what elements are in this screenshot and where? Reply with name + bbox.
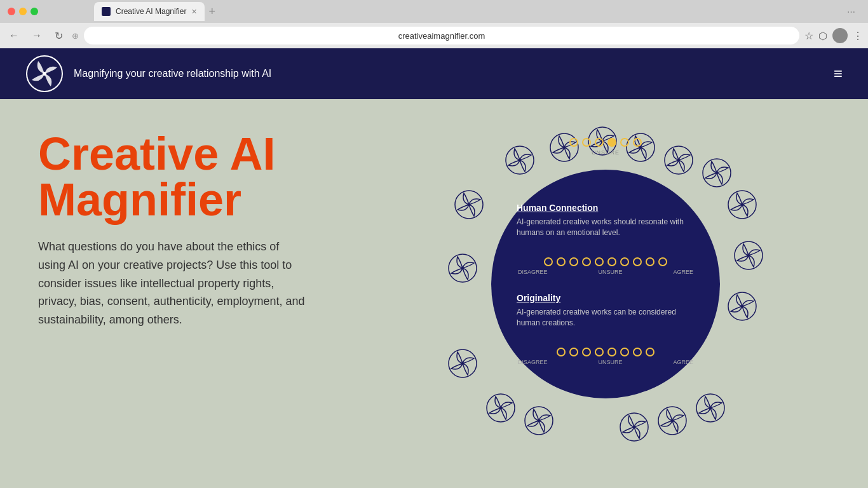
rating-dot-q1[interactable]: [620, 257, 629, 266]
svg-point-22: [461, 267, 464, 269]
minimize-window-button[interactable]: [19, 8, 27, 15]
svg-point-0: [43, 72, 46, 76]
hero-title: Creative AI Magnifier: [38, 131, 356, 222]
pinwheel-decoration: [656, 405, 688, 437]
rating-row-2: DISAGREE UNSURE AGREE: [517, 348, 695, 365]
svg-point-4: [563, 146, 566, 149]
pinwheel-decoration: [663, 144, 695, 176]
svg-point-16: [747, 254, 750, 257]
rating-labels-1: DISAGREE UNSURE AGREE: [517, 269, 695, 275]
site-header: Magnifying your creative relationship wi…: [0, 48, 868, 99]
address-input[interactable]: [84, 27, 799, 44]
bookmark-icon[interactable]: ☆: [804, 30, 813, 42]
widget-area: UNSURE Human Connection AI-generated cre…: [381, 125, 830, 444]
rating-dot-q1[interactable]: [607, 257, 616, 266]
rating-dot[interactable]: [620, 138, 629, 147]
svg-point-26: [709, 407, 712, 409]
question-title-1: Human Connection: [517, 203, 695, 213]
rating-labels-2: DISAGREE UNSURE AGREE: [517, 359, 695, 365]
rating-dot-q2[interactable]: [620, 348, 629, 356]
security-icon: ⊕: [72, 31, 79, 41]
question-block-originality: Originality AI-generated creative works …: [517, 293, 695, 329]
hero-text: Creative AI Magnifier What questions do …: [38, 125, 356, 444]
rating-row-1: DISAGREE UNSURE AGREE: [517, 257, 695, 275]
rating-dot[interactable]: [633, 138, 642, 147]
svg-point-28: [671, 419, 674, 422]
top-dots-row: [569, 138, 642, 147]
tab-favicon: [102, 7, 111, 16]
svg-point-34: [499, 407, 502, 409]
rating-dot-q2[interactable]: [569, 348, 578, 356]
rating-dot[interactable]: [595, 138, 604, 147]
window-control-area: ⋯: [847, 7, 855, 17]
pinwheel-decoration: [485, 392, 517, 424]
main-circle: Human Connection AI-generated creative w…: [491, 170, 720, 398]
header-left: Magnifying your creative relationship wi…: [25, 55, 271, 93]
hero-section: Creative AI Magnifier What questions do …: [0, 99, 868, 469]
forward-button[interactable]: →: [28, 29, 46, 43]
pinwheel-decoration: [523, 405, 555, 437]
traffic-lights: [8, 8, 38, 15]
hero-description: What questions do you have about the eth…: [38, 238, 305, 329]
pinwheel-decoration: [504, 144, 536, 176]
question-text-1: AI-generated creative works should reson…: [517, 217, 695, 238]
rating-dot-q1[interactable]: [658, 257, 667, 266]
svg-point-2: [519, 159, 521, 161]
titlebar: Creative AI Magnifier ✕ + ⋯: [0, 0, 868, 23]
svg-point-24: [461, 362, 464, 365]
address-bar: ← → ↻ ⊕ ☆ ⬡ ⋮: [0, 23, 868, 48]
svg-point-14: [741, 203, 743, 206]
header-tagline: Magnifying your creative relationship wi…: [74, 68, 271, 79]
dots-row-2: [517, 348, 695, 356]
rating-dot-q2[interactable]: [582, 348, 591, 356]
question-text-2: AI-generated creative works can be consi…: [517, 307, 695, 329]
tab-close-button[interactable]: ✕: [191, 8, 197, 16]
hamburger-menu[interactable]: ≡: [834, 65, 843, 83]
rating-dot-q2[interactable]: [633, 348, 642, 356]
rating-dot-q2[interactable]: [595, 348, 604, 356]
rating-dot-q1[interactable]: [595, 257, 604, 266]
rating-dot[interactable]: [582, 138, 591, 147]
circle-container: UNSURE Human Connection AI-generated cre…: [447, 125, 764, 443]
rating-dot-q1[interactable]: [557, 257, 566, 266]
question-title-2: Originality: [517, 293, 695, 303]
svg-point-32: [538, 419, 540, 422]
pinwheel-decoration: [695, 392, 726, 424]
rating-dot-q1[interactable]: [582, 257, 591, 266]
tab-bar: Creative AI Magnifier ✕ +: [43, 2, 266, 21]
extension-icon[interactable]: ⬡: [818, 30, 827, 42]
rating-dot-q2[interactable]: [646, 348, 654, 356]
pinwheel-decoration: [701, 157, 733, 189]
rating-dot-q2[interactable]: [557, 348, 566, 356]
back-button[interactable]: ←: [5, 29, 23, 43]
toolbar-icons: ☆ ⬡ ⋮: [804, 28, 863, 43]
tab-title: Creative AI Magnifier: [116, 7, 186, 16]
refresh-button[interactable]: ↻: [51, 29, 67, 43]
rating-dot-q1[interactable]: [544, 257, 553, 266]
rating-dot-q1[interactable]: [633, 257, 642, 266]
pinwheel-decoration: [726, 189, 758, 220]
pinwheel-decoration: [726, 290, 758, 322]
rating-dot-filled[interactable]: [607, 138, 616, 147]
close-window-button[interactable]: [8, 8, 15, 15]
rating-dot-q1[interactable]: [646, 257, 654, 266]
top-rating-row: UNSURE: [569, 138, 642, 156]
svg-point-10: [677, 159, 680, 161]
svg-point-12: [715, 172, 718, 174]
pinwheel-decoration: [447, 348, 478, 379]
pinwheel-decoration: [618, 411, 650, 443]
new-tab-button[interactable]: +: [208, 5, 215, 18]
browser-chrome: Creative AI Magnifier ✕ + ⋯ ← → ↻ ⊕ ☆ ⬡ …: [0, 0, 868, 48]
rating-dot-q2[interactable]: [607, 348, 616, 356]
maximize-window-button[interactable]: [31, 8, 38, 15]
svg-point-30: [633, 426, 635, 428]
user-avatar[interactable]: [832, 28, 848, 43]
question-block-human-connection: Human Connection AI-generated creative w…: [517, 203, 695, 238]
rating-dot[interactable]: [569, 138, 578, 147]
menu-icon[interactable]: ⋮: [853, 30, 863, 42]
active-tab[interactable]: Creative AI Magnifier ✕: [94, 2, 205, 21]
pinwheel-decoration: [453, 189, 485, 220]
rating-dot-q1[interactable]: [569, 257, 578, 266]
pinwheel-decoration: [733, 240, 764, 271]
page-content: Magnifying your creative relationship wi…: [0, 48, 868, 469]
